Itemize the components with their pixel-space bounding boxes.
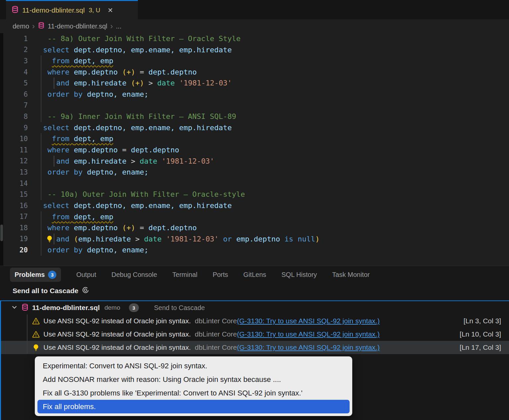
problem-source: dbLinter Core (195, 343, 237, 351)
code-line-16[interactable]: 16select dept.deptno, emp.ename, emp.hir… (0, 200, 509, 211)
scrollbar-thumb[interactable] (0, 225, 3, 241)
code-text: where emp.deptno = dept.deptno (28, 144, 179, 156)
code-line-13[interactable]: 13 order by deptno, ename; (0, 167, 509, 178)
panel-tab-ports[interactable]: Ports (213, 271, 228, 279)
problems-file-group-row[interactable]: 11-demo-dblinter.sql demo 3 Send to Casc… (1, 301, 509, 314)
chevron-right-icon: › (110, 23, 113, 29)
line-number: 17 (0, 213, 28, 221)
code-line-14[interactable]: 14 (0, 178, 509, 189)
panel-tab-label: Output (76, 271, 96, 279)
code-text: and emp.hiredate (+) > date '1981-12-03' (28, 78, 232, 89)
code-line-5[interactable]: 5 and emp.hiredate (+) > date '1981-12-0… (0, 78, 509, 89)
panel-tab-label: Problems (15, 271, 45, 279)
code-editor[interactable]: 1 -- 8a) Outer Join With Filter — Oracle… (0, 33, 509, 266)
quickfix-item-4[interactable]: Fix all problems. (37, 400, 350, 413)
code-line-8[interactable]: 8 -- 9a) Inner Join With Filter — ANSI S… (0, 111, 509, 122)
panel-tab-gitlens[interactable]: GitLens (243, 271, 266, 279)
code-line-15[interactable]: 15 -- 10a) Outer Join With Filter — Orac… (0, 189, 509, 200)
panel-tab-problems[interactable]: Problems3 (10, 268, 61, 282)
code-text: select dept.deptno, emp.ename, emp.hired… (28, 200, 232, 211)
code-text: -- 10a) Outer Join With Filter — Oracle-… (28, 189, 245, 200)
tab-11-demo-dblinter-sql[interactable]: 11-demo-dblinter.sql 3, U ✕ (6, 0, 138, 19)
code-line-2[interactable]: 2select dept.deptno, emp.ename, emp.hire… (0, 44, 509, 56)
code-line-17[interactable]: 17 from dept, emp (0, 211, 509, 223)
indent-guide (54, 156, 54, 167)
code-text: where emp.deptno (+) = dept.deptno (28, 67, 197, 78)
problem-row-3[interactable]: Use ANSI SQL-92 instead of Oracle join s… (1, 341, 509, 354)
breadcrumb-file[interactable]: 11-demo-dblinter.sql (48, 23, 107, 30)
indent-guide (41, 244, 41, 256)
code-line-7[interactable]: 7 (0, 100, 509, 111)
code-line-11[interactable]: 11 where emp.deptno = dept.deptno (0, 144, 509, 156)
code-line-3[interactable]: 3 from dept, emp (0, 55, 509, 67)
code-line-19[interactable]: 19 and (emp.hiredate > date '1981-12-03'… (0, 234, 509, 245)
line-number: 10 (0, 135, 28, 143)
cascade-icon (82, 286, 89, 296)
panel-tab-label: Ports (213, 271, 228, 279)
indent-guide (41, 67, 41, 78)
indent-guide (41, 234, 41, 245)
code-line-9[interactable]: 9select dept.deptno, emp.ename, emp.hire… (0, 122, 509, 133)
indent-guide (41, 222, 41, 234)
problem-rule-link[interactable]: (G-3130: Try to use ANSI SQL-92 join syn… (237, 343, 380, 351)
line-number: 18 (0, 224, 28, 232)
problem-row-1[interactable]: Use ANSI SQL-92 instead of Oracle join s… (1, 314, 509, 328)
quickfix-item-1[interactable]: Experimental: Convert to ANSI SQL-92 joi… (37, 359, 350, 373)
tab-dirty-badge: 3, U (89, 7, 100, 14)
breadcrumb-more[interactable]: ... (116, 23, 122, 30)
line-number: 13 (0, 168, 28, 176)
line-number: 11 (0, 146, 28, 154)
lightbulb-icon (32, 343, 40, 351)
code-line-1[interactable]: 1 -- 8a) Outer Join With Filter — Oracle… (0, 33, 509, 44)
code-line-4[interactable]: 4 where emp.deptno (+) = dept.deptno (0, 67, 509, 78)
quickfix-item-3[interactable]: Fix all G-3130 problems like 'Experiment… (37, 386, 350, 400)
breadcrumb-folder[interactable]: demo (13, 23, 29, 30)
indent-guide (41, 144, 41, 156)
line-number: 14 (0, 180, 28, 187)
panel-tab-label: Task Monitor (332, 271, 369, 279)
code-line-20[interactable]: 20 order by deptno, ename; (0, 244, 509, 256)
panel-tab-debug-console[interactable]: Debug Console (111, 271, 157, 279)
code-line-12[interactable]: 12 and emp.hiredate > date '1981-12-03' (0, 156, 509, 167)
chevron-down-icon[interactable] (11, 304, 18, 312)
line-number: 4 (0, 68, 28, 76)
problem-message: Use ANSI SQL-92 instead of Oracle join s… (43, 343, 191, 351)
problem-source: dbLinter Core (195, 330, 237, 338)
left-edge-strip (0, 33, 3, 266)
send-to-cascade-link[interactable]: Send to Cascade (154, 304, 205, 312)
code-text: and (emp.hiredate > date '1981-12-03' or… (28, 234, 320, 245)
indent-guide (41, 167, 41, 178)
quickfix-item-2[interactable]: Add NOSONAR marker with reason: Using Or… (37, 373, 350, 386)
panel-tab-sql-history[interactable]: SQL History (281, 271, 317, 279)
line-number: 19 (0, 235, 28, 243)
line-number: 7 (0, 101, 28, 109)
code-text: order by deptno, ename; (28, 244, 148, 256)
indent-guide (41, 78, 41, 89)
panel-tab-output[interactable]: Output (76, 271, 96, 279)
problem-count-badge: 3 (129, 303, 139, 312)
editor-tab-bar: 11-demo-dblinter.sql 3, U ✕ (0, 0, 509, 19)
code-text: -- 9a) Inner Join With Filter — ANSI SQL… (28, 111, 236, 122)
code-text: and emp.hiredate > date '1981-12-03' (28, 156, 214, 167)
code-text: select dept.deptno, emp.ename, emp.hired… (28, 122, 232, 133)
tree-indent-guide (27, 314, 28, 354)
vscode-window: 11-demo-dblinter.sql 3, U ✕ demo › 11-de… (0, 0, 509, 420)
panel-tab-terminal[interactable]: Terminal (172, 271, 198, 279)
send-all-to-cascade-button[interactable]: Send all to Cascade (0, 283, 509, 298)
code-line-10[interactable]: 10 from dept, emp (0, 133, 509, 144)
breadcrumb: demo › 11-demo-dblinter.sql › ... (0, 19, 509, 33)
problem-location: [Ln 3, Col 3] (457, 317, 501, 325)
sql-file-icon (38, 22, 45, 30)
code-line-18[interactable]: 18 where emp.deptno (+) = dept.deptno (0, 222, 509, 234)
close-icon[interactable]: ✕ (108, 6, 113, 14)
line-number: 9 (0, 124, 28, 132)
panel-tab-task-monitor[interactable]: Task Monitor (332, 271, 369, 279)
quickfix-menu: Experimental: Convert to ANSI SQL-92 joi… (35, 356, 352, 416)
lightbulb-icon[interactable] (46, 235, 53, 243)
problem-rule-link[interactable]: (G-3130: Try to use ANSI SQL-92 join syn… (237, 317, 380, 325)
problem-row-2[interactable]: Use ANSI SQL-92 instead of Oracle join s… (1, 328, 509, 341)
code-line-6[interactable]: 6 order by deptno, ename; (0, 89, 509, 100)
indent-guide (41, 178, 41, 189)
line-number: 8 (0, 113, 28, 121)
problem-rule-link[interactable]: (G-3130: Try to use ANSI SQL-92 join syn… (237, 330, 380, 338)
